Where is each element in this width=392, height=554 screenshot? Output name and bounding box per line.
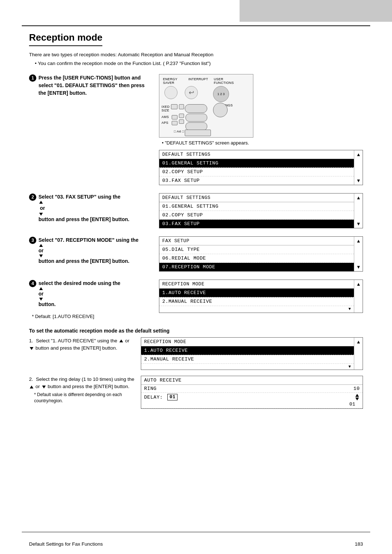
lcd1-row1: 01.GENERAL SETTING bbox=[159, 159, 354, 168]
ixed-chk1 bbox=[171, 104, 177, 109]
step-4-text: select the desired mode using the or but… bbox=[38, 280, 121, 308]
step-1-number: 1 bbox=[29, 74, 36, 82]
energy-saver-label: ENERGYSAVER bbox=[163, 77, 177, 85]
a4-btn[interactable] bbox=[185, 130, 211, 136]
lcd-panel-step1: DEFAULT SETTINGS 01.GENERAL SETTING 02.C… bbox=[159, 150, 363, 185]
intro-line1: There are two types of reception modes: … bbox=[29, 51, 363, 58]
arrow-down-icon-small: ▼ bbox=[348, 307, 351, 311]
footer: Default Settings for Fax Functions 183 bbox=[29, 541, 363, 547]
ring-row: RING 10 bbox=[141, 385, 363, 393]
top-border bbox=[22, 25, 370, 26]
lcd2-row3: 03.FAX SETUP bbox=[159, 220, 354, 228]
to-set-lcd1-row2: 2.MANUAL RECEIVE bbox=[141, 355, 354, 364]
delay-up-arrow bbox=[355, 394, 359, 397]
lcd4-row2: 2.MANUAL RECEIVE bbox=[159, 297, 354, 306]
step-1-subnote: • "DEFAULT SETTINGS" screen appears. bbox=[162, 140, 363, 146]
ixed-size-label: IXEDSIZE bbox=[162, 105, 170, 112]
arrow-up-icon: ▲ bbox=[356, 238, 361, 244]
step-2-right: DEFAULT SETTINGS 01.GENERAL SETTING 02.C… bbox=[159, 193, 363, 228]
aps-label: APS bbox=[162, 121, 168, 125]
to-set-lcd1: RECEPTION MODE 1.AUTO RECEIVE 2.MANUAL R… bbox=[141, 337, 363, 370]
lcd4-row1: 1.AUTO RECEIVE bbox=[159, 289, 354, 297]
step-2-number: 2 bbox=[29, 194, 36, 201]
arrow-down-icon: ▼ bbox=[356, 178, 361, 183]
ixed-chk2 bbox=[179, 104, 184, 109]
delay-label: DELAY: 01 bbox=[144, 394, 179, 400]
to-set-heading: To set the automatic reception mode as t… bbox=[29, 328, 363, 334]
ring-value: 10 bbox=[354, 386, 360, 391]
step-4-right: RECEPTION MODE 1.AUTO RECEIVE 2.MANUAL R… bbox=[159, 280, 363, 313]
user-functions-label: USERFUNCTIONS bbox=[214, 77, 234, 85]
step-3-left: 3 Select "07. RECEPTION MODE" using the … bbox=[29, 236, 149, 270]
aps-chk2 bbox=[179, 119, 184, 124]
aps-chk bbox=[172, 121, 177, 125]
step-1-left: 1 Press the [USER FUNC-TIONS] button and… bbox=[29, 74, 149, 102]
page-number: 183 bbox=[355, 541, 363, 547]
ams-chk bbox=[172, 115, 177, 119]
step-1-section: 1 Press the [USER FUNC-TIONS] button and… bbox=[29, 74, 363, 185]
step-2-section: 2 Select "03. FAX SETUP" using the or bu… bbox=[29, 193, 363, 228]
aps-btn-long[interactable] bbox=[185, 122, 207, 130]
delay-sub-value: 01 bbox=[349, 402, 355, 407]
step-1-text: Press the [USER FUNC-TIONS] button and s… bbox=[38, 74, 149, 97]
lcd3-row2: 06.REDIAL MODE bbox=[159, 254, 354, 263]
interrupt-btn[interactable]: ↩ bbox=[185, 86, 198, 99]
sub-step-2-note: * Default value is different depending o… bbox=[34, 392, 134, 404]
intro-bullet1: • You can confirm the reception mode on … bbox=[35, 60, 363, 67]
ams-btn-long[interactable] bbox=[185, 114, 207, 122]
delay-value: 01 bbox=[167, 394, 177, 400]
sub-step-1-left: 1. Select "1. AUTO RECEIVE" using the or… bbox=[29, 337, 134, 352]
step-1-right: ENERGYSAVER INTERRUPT USERFUNCTIONS ↩ 1 … bbox=[159, 74, 363, 185]
footer-text: Default Settings for Fax Functions bbox=[29, 541, 103, 547]
lcd-panel-step4: RECEPTION MODE 1.AUTO RECEIVE 2.MANUAL R… bbox=[159, 280, 363, 313]
arrow-down-icon: ▼ bbox=[356, 264, 361, 270]
lcd1-row3: 03.FAX SETUP bbox=[159, 176, 354, 185]
to-set-section: To set the automatic reception mode as t… bbox=[29, 328, 363, 409]
lcd4-header: RECEPTION MODE bbox=[159, 280, 354, 289]
step-4-subnote: * Default: [1.AUTO RECEIVE] bbox=[32, 313, 149, 320]
arrow-up-icon: ▲ bbox=[356, 281, 361, 287]
delay-sub-row: 01 bbox=[141, 402, 363, 408]
energy-saver-btn[interactable] bbox=[164, 86, 177, 99]
step-3-number: 3 bbox=[29, 237, 36, 244]
ring-label: RING bbox=[144, 386, 156, 391]
step-2-text: Select "03. FAX SETUP" using the or butt… bbox=[38, 193, 129, 223]
sub-step-2: 2. Select the ring delay (1 to 10 times)… bbox=[29, 376, 363, 409]
sub-step-2-left: 2. Select the ring delay (1 to 10 times)… bbox=[29, 376, 134, 404]
top-bar bbox=[240, 0, 392, 22]
bottom-border bbox=[22, 532, 370, 532]
sub-step-2-right: AUTO RECEIVE RING 10 DELAY: 01 bbox=[141, 376, 363, 409]
lcd-panel-step2: DEFAULT SETTINGS 01.GENERAL SETTING 02.C… bbox=[159, 193, 363, 228]
lcd-panel-step3: FAX SETUP 05.DIAL TYPE 06.REDIAL MODE 07… bbox=[159, 236, 363, 272]
lcd1-row2: 02.COPY SETUP bbox=[159, 168, 354, 176]
sub-step-1: 1. Select "1. AUTO RECEIVE" using the or… bbox=[29, 337, 363, 370]
page-title: Reception mode bbox=[29, 32, 102, 46]
auto-receive-panel: AUTO RECEIVE RING 10 DELAY: 01 bbox=[141, 376, 363, 409]
step-4-left: 4 select the desired mode using the or b… bbox=[29, 280, 149, 320]
ams-label: AMS bbox=[162, 115, 169, 119]
auto-receive-header: AUTO RECEIVE bbox=[141, 376, 363, 385]
to-set-lcd1-spacer: ▼ bbox=[141, 364, 354, 370]
device-image: ENERGYSAVER INTERRUPT USERFUNCTIONS ↩ 1 … bbox=[159, 74, 253, 138]
user-functions-btn[interactable]: 1 2 3 bbox=[213, 86, 229, 102]
lcd2-row1: 01.GENERAL SETTING bbox=[159, 202, 354, 211]
sub-step-2-text: 2. Select the ring delay (1 to 10 times)… bbox=[29, 376, 134, 391]
step-4-section: 4 select the desired mode using the or b… bbox=[29, 280, 363, 320]
sub-step-1-right: RECEPTION MODE 1.AUTO RECEIVE 2.MANUAL R… bbox=[141, 337, 363, 370]
interrupt-label: INTERRUPT bbox=[188, 77, 208, 81]
lcd3-row3: 07.RECEPTION MODE bbox=[159, 263, 354, 271]
arrow-up-icon: ▲ bbox=[356, 339, 361, 345]
to-set-lcd1-header: RECEPTION MODE bbox=[141, 338, 354, 346]
ams-chk2 bbox=[179, 114, 184, 118]
step-2-left: 2 Select "03. FAX SETUP" using the or bu… bbox=[29, 193, 149, 228]
arrow-up-icon: ▲ bbox=[356, 152, 361, 157]
ixed-btn-long[interactable] bbox=[185, 104, 207, 113]
step-3-text: Select "07. RECEPTION MODE" using the or… bbox=[38, 236, 138, 265]
lcd2-header: DEFAULT SETTINGS bbox=[159, 194, 354, 202]
step-3-right: FAX SETUP 05.DIAL TYPE 06.REDIAL MODE 07… bbox=[159, 236, 363, 272]
main-content: Reception mode There are two types of re… bbox=[29, 32, 363, 525]
a4-label: □ A4 □ bbox=[174, 130, 184, 133]
settings-btn[interactable] bbox=[213, 103, 228, 117]
lcd2-row2: 02.COPY SETUP bbox=[159, 211, 354, 220]
lcd3-row1: 05.DIAL TYPE bbox=[159, 245, 354, 254]
